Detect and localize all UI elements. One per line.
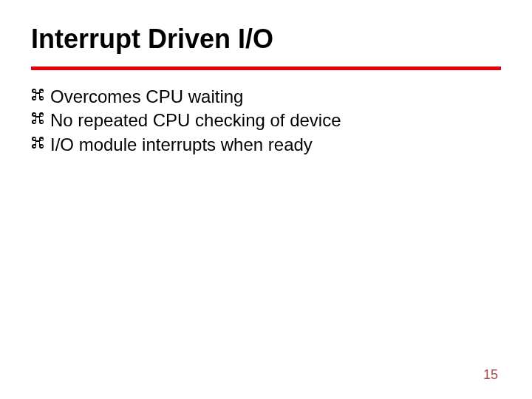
bullet-text: I/O module interrupts when ready <box>50 133 313 157</box>
slide: Interrupt Driven I/O Overcomes CPU waiti… <box>0 0 532 399</box>
list-item: No repeated CPU checking of device <box>31 109 489 132</box>
command-icon <box>31 109 46 126</box>
list-item: I/O module interrupts when ready <box>31 133 489 157</box>
command-icon <box>31 133 46 150</box>
bullet-text: No repeated CPU checking of device <box>50 109 341 132</box>
title-divider <box>31 66 501 70</box>
bullet-text: Overcomes CPU waiting <box>50 85 243 109</box>
bullet-list: Overcomes CPU waiting No repeated CPU ch… <box>31 85 489 157</box>
list-item: Overcomes CPU waiting <box>31 85 489 109</box>
page-title: Interrupt Driven I/O <box>31 24 273 55</box>
page-number: 15 <box>483 367 498 383</box>
command-icon <box>31 85 46 102</box>
